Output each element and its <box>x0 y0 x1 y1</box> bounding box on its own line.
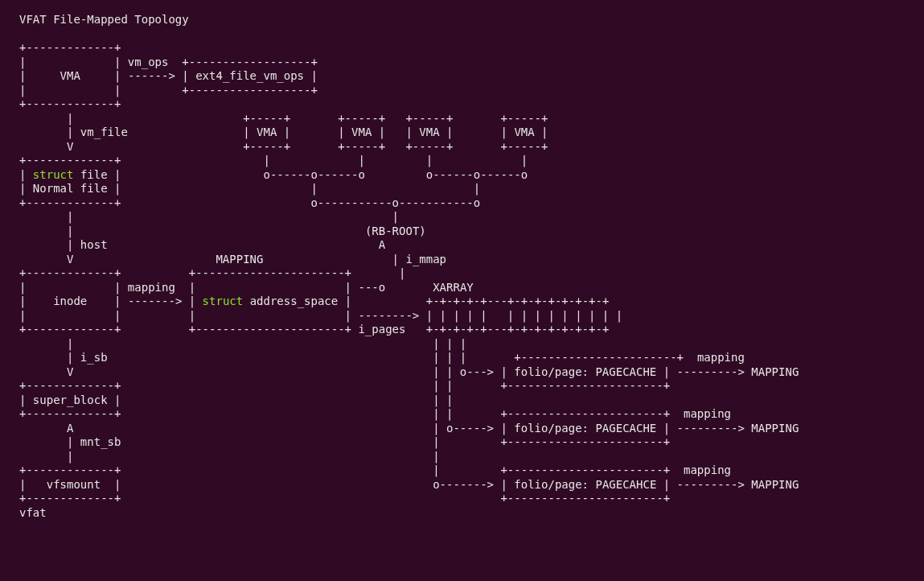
mapping-header: MAPPING <box>216 253 263 266</box>
struct-kw-1: struct <box>33 168 74 181</box>
normal-file-label: Normal file <box>33 182 108 195</box>
file-label: file <box>80 168 108 181</box>
diagram-title: VFAT File-Mapped Topology <box>19 13 189 26</box>
host-label: host <box>80 238 108 251</box>
vma-label: VMA <box>60 69 80 82</box>
mapping-out-2: mapping <box>684 407 731 420</box>
ascii-diagram: VFAT File-Mapped Topology +-------------… <box>0 0 924 533</box>
address-space-label: address_space <box>250 295 339 307</box>
i-pages-label: i_pages <box>358 323 405 336</box>
vfsmount-label: vfsmount <box>47 478 101 491</box>
vma-tree-1: VMA <box>257 126 277 138</box>
i-sb-label: i_sb <box>80 351 108 364</box>
inode-label: inode <box>53 295 87 307</box>
folio-3-label: folio/page: PAGECAHCE <box>514 478 656 491</box>
vm-file-label: vm_file <box>80 126 128 138</box>
vm-ops-label: vm_ops <box>128 56 169 68</box>
folio-2-label: folio/page: PAGECACHE <box>514 422 656 435</box>
i-mmap-label: i_mmap <box>405 253 446 266</box>
vfat-label: vfat <box>19 506 47 519</box>
super-block-label: super_block <box>33 394 108 406</box>
to-mapping-2: MAPPING <box>751 422 799 435</box>
vma-tree-2: VMA <box>351 126 372 138</box>
to-mapping-3: MAPPING <box>751 478 799 491</box>
mnt-sb-label: mnt_sb <box>80 435 121 448</box>
ext4-ops-label: ext4_file_vm_ops <box>195 69 304 82</box>
mapping-out-1: mapping <box>697 351 745 364</box>
struct-kw-2: struct <box>203 295 244 307</box>
vma-tree-3: VMA <box>419 126 439 138</box>
mapping-out-3: mapping <box>684 464 731 476</box>
to-mapping-1: MAPPING <box>751 365 799 378</box>
xarray-label: XARRAY <box>433 281 474 294</box>
vma-tree-4: VMA <box>514 126 534 138</box>
rb-root-label: (RB-ROOT) <box>365 225 426 237</box>
mapping-arrow-label: mapping <box>128 281 175 294</box>
folio-1-label: folio/page: PAGECACHE <box>514 365 656 378</box>
